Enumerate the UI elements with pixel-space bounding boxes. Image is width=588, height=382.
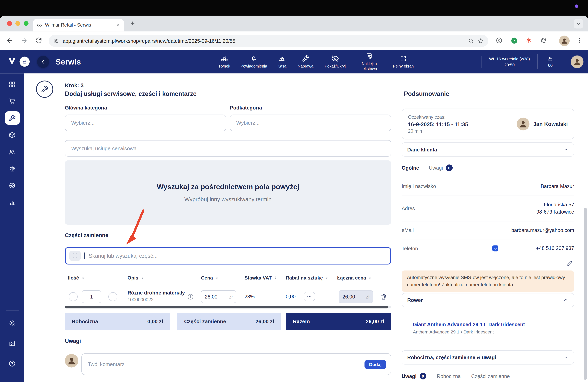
page-scrollbar-thumb[interactable] xyxy=(584,208,587,380)
bottom-tab-parts[interactable]: Części zamienne xyxy=(471,373,510,379)
nav-label: Rynek xyxy=(219,64,230,69)
scan-placeholder: Skanuj lub wyszukaj część... xyxy=(89,253,158,259)
nav-item-powiadomienia[interactable]: Powiadomienia xyxy=(241,55,266,69)
nav-item-pokaz-ukryj[interactable]: Pokaż/Ukryj xyxy=(325,55,346,69)
col-header-total[interactable]: Łączna cena xyxy=(337,275,372,281)
sidebar-item-inventory[interactable] xyxy=(5,161,20,176)
close-window-button[interactable] xyxy=(7,21,12,26)
reload-icon[interactable] xyxy=(35,37,42,44)
bookmark-star-icon[interactable] xyxy=(478,38,484,44)
browser-toolbar: app.giantretailsystem.pl/workshop/repair… xyxy=(0,32,588,50)
tab-favicon-glasses-icon xyxy=(37,22,42,28)
sidebar-item-wheels[interactable] xyxy=(5,178,20,193)
discount-options-button[interactable] xyxy=(304,292,315,301)
app-logo-icon[interactable] xyxy=(7,57,17,66)
eye-off-icon xyxy=(332,55,339,62)
price-input[interactable]: 26,00zł xyxy=(201,290,236,303)
add-comment-button[interactable]: Dodaj xyxy=(365,360,386,369)
browser-menu-icon[interactable] xyxy=(576,37,583,43)
sort-icon xyxy=(325,276,329,280)
service-search-input[interactable]: Wyszukaj usługę serwisową... xyxy=(65,140,391,157)
back-icon[interactable] xyxy=(6,37,13,44)
nav-item-naprawa[interactable]: Naprawa xyxy=(298,55,314,69)
bottom-tab-labor[interactable]: Robocizna xyxy=(437,373,461,379)
user-avatar-button[interactable] xyxy=(563,54,583,69)
chart-icon xyxy=(9,199,16,206)
total-price-field[interactable]: 26,00zł xyxy=(339,290,373,303)
header-datetime: Wt. 16 września (w38) 20:50 xyxy=(481,56,537,68)
nav-item-kasa[interactable]: Kasa xyxy=(277,55,286,69)
info-icon[interactable] xyxy=(187,293,194,300)
col-header-vat[interactable]: Stawka VAT xyxy=(245,275,278,281)
browser-tab[interactable]: Wilmar Retail - Serwis xyxy=(33,19,124,32)
nav-item-rynek[interactable]: Rynek xyxy=(219,55,230,69)
minimize-window-button[interactable] xyxy=(15,21,20,26)
fullscreen-window-button[interactable] xyxy=(24,21,28,26)
delete-part-icon[interactable] xyxy=(380,293,387,301)
sidebar-item-workshop-active[interactable] xyxy=(5,111,20,125)
col-header-desc[interactable]: Opis xyxy=(127,275,144,281)
qty-increase-button[interactable] xyxy=(108,292,117,301)
extensions-puzzle-icon[interactable] xyxy=(540,37,547,44)
bottom-tab-notes[interactable]: Uwagi 0 xyxy=(402,373,426,380)
privacy-extension-icon[interactable] xyxy=(496,37,503,44)
subcategory-select[interactable]: Wybierz... xyxy=(230,115,391,131)
person-icon xyxy=(67,356,77,366)
nav-label: Pokaż/Ukryj xyxy=(325,64,346,69)
tab-close-icon[interactable] xyxy=(116,23,120,27)
lock-bubble-icon[interactable] xyxy=(20,57,30,67)
col-header-price[interactable]: Cena xyxy=(201,275,219,281)
sidebar-item-dashboard[interactable] xyxy=(5,77,20,92)
bike-name-link[interactable]: Giant Anthem Advanced 29 1 L Dark Irides… xyxy=(413,322,525,327)
tab-notes-label: Uwagi xyxy=(429,165,443,171)
forward-icon[interactable] xyxy=(21,37,28,44)
text-cursor xyxy=(84,252,85,259)
sidebar-item-sales[interactable] xyxy=(5,94,20,109)
table-scrollbar[interactable] xyxy=(65,306,391,308)
edit-client-pencil-icon[interactable] xyxy=(567,260,573,266)
client-data-section-header[interactable]: Dane klienta xyxy=(402,142,574,157)
bike-icon xyxy=(221,55,228,62)
tab-notes[interactable]: Uwagi 0 xyxy=(429,164,453,171)
back-button[interactable] xyxy=(37,56,49,68)
address-bar[interactable]: app.giantretailsystem.pl/workshop/repair… xyxy=(49,35,488,47)
bike-section-header[interactable]: Rower xyxy=(402,293,574,307)
main-category-select[interactable]: Wybierz... xyxy=(65,115,226,131)
bell-icon xyxy=(250,55,257,62)
qty-input[interactable]: 1 xyxy=(82,290,101,303)
lock-counter[interactable]: 60 xyxy=(537,54,563,69)
zoom-icon[interactable] xyxy=(468,38,474,44)
part-scan-input[interactable]: Skanuj lub wyszukaj część... xyxy=(65,247,391,265)
sms-checkbox[interactable] xyxy=(492,245,498,251)
chevron-down-icon xyxy=(576,21,581,26)
person-icon xyxy=(519,119,528,129)
sidebar-item-customers[interactable] xyxy=(5,144,20,159)
tab-general[interactable]: Ogólne xyxy=(402,165,419,171)
address-value: Floriańska 57 98-673 Katowice xyxy=(536,201,574,216)
nav-item-pelny-ekran[interactable]: Pełny ekran xyxy=(393,55,414,69)
green-play-extension-icon[interactable] xyxy=(511,37,518,44)
site-settings-icon[interactable] xyxy=(53,38,59,43)
sidebar-item-store[interactable] xyxy=(5,336,20,351)
new-tab-button[interactable] xyxy=(130,20,135,26)
empty-state-title: Wyszukaj za pośrednictwem pola powyżej xyxy=(157,183,299,191)
check-icon xyxy=(493,246,498,250)
fullscreen-icon xyxy=(400,55,407,62)
browser-profile-avatar[interactable] xyxy=(559,36,570,46)
labor-parts-notes-section-header[interactable]: Robocizna, części zamienne & uwagi xyxy=(402,350,574,364)
tab-list-button[interactable] xyxy=(574,19,583,29)
comment-input[interactable]: Twój komentarz Dodaj xyxy=(81,353,391,375)
nav-item-naklejka-tekstowa[interactable]: Naklejka tekstowa xyxy=(357,53,382,71)
sidebar-item-products[interactable] xyxy=(5,128,20,142)
table-scrollbar-thumb[interactable] xyxy=(65,306,388,308)
qty-decrease-button[interactable] xyxy=(69,292,78,301)
sidebar-item-reports[interactable] xyxy=(5,195,20,210)
lock-icon xyxy=(22,59,27,64)
sidebar-item-settings[interactable] xyxy=(5,315,20,330)
col-header-qty[interactable]: Ilość xyxy=(68,275,85,281)
col-header-discount[interactable]: Rabat na sztukę xyxy=(286,275,329,281)
expected-time-card: Oczekiwany czas: 16-9-2025: 11:15 - 11:3… xyxy=(402,109,574,139)
sidebar-item-help[interactable] xyxy=(5,356,20,371)
empty-state-subtitle: Wypróbuj inny wyszukiwany termin xyxy=(184,196,272,202)
red-asterisk-extension-icon[interactable] xyxy=(525,37,532,44)
